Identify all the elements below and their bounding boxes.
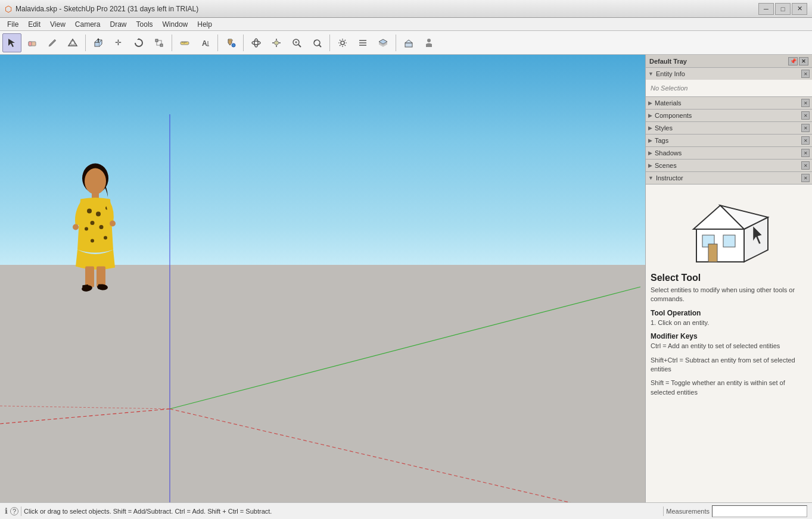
instructor-operation-step: 1. Click on an entity.: [651, 318, 807, 327]
instructor-modifier-ctrl: Ctrl = Add an entity to set of selected …: [651, 342, 807, 351]
svg-point-45: [91, 221, 95, 225]
svg-line-35: [170, 287, 640, 409]
entity-info-label: Entity Info: [656, 70, 685, 77]
instructor-operation-title: Tool Operation: [651, 309, 807, 317]
status-text: Click or drag to select objects. Shift =…: [24, 508, 272, 515]
select-tool-button[interactable]: [2, 33, 21, 52]
instructor-arrow: ▼: [648, 175, 654, 181]
svg-line-27: [319, 45, 321, 47]
svg-marker-6: [97, 38, 99, 40]
tags-close[interactable]: ✕: [801, 136, 810, 145]
svg-point-49: [91, 239, 94, 243]
menu-view[interactable]: View: [45, 19, 70, 30]
close-button[interactable]: ✕: [792, 3, 807, 15]
svg-rect-10: [155, 39, 158, 42]
status-bar: ℹ ? Click or drag to select objects. Shi…: [0, 502, 812, 519]
scale-tool-button[interactable]: [150, 33, 169, 52]
help-icon[interactable]: ?: [10, 507, 18, 515]
svg-point-21: [254, 39, 258, 47]
entity-info-status: No Selection: [651, 85, 687, 92]
text-tool-button[interactable]: A: [195, 33, 214, 52]
orbit-tool-button[interactable]: [247, 33, 266, 52]
entity-info-content: No Selection: [646, 80, 812, 96]
svg-line-36: [0, 409, 170, 424]
right-panel: Default Tray 📌 ✕ ▼ Entity Info ✕ No Sele…: [645, 55, 812, 502]
pushpull-tool-button[interactable]: [89, 33, 108, 52]
menu-window[interactable]: Window: [158, 19, 193, 30]
sections-button[interactable]: [353, 33, 372, 52]
scenes-label: Scenes: [655, 162, 677, 169]
instructor-header[interactable]: ▼ Instructor ✕: [646, 172, 812, 184]
instructor-tool-name: Select Tool: [651, 273, 807, 283]
instructor-modifier-shift: Shift = Toggle whether an entity is with…: [651, 379, 807, 397]
pencil-tool-button[interactable]: [43, 33, 62, 52]
move-tool-button[interactable]: ✛: [109, 33, 128, 52]
svg-rect-55: [98, 284, 104, 290]
instructor-image: [682, 196, 777, 268]
tags-arrow: ▶: [648, 137, 652, 143]
instructor-section: ▼ Instructor ✕: [646, 172, 812, 185]
person-button[interactable]: [419, 33, 438, 52]
model-settings-button[interactable]: [333, 33, 352, 52]
instructor-close[interactable]: ✕: [801, 174, 810, 182]
toolbar-separator-1: [85, 35, 86, 51]
zoom-tool-button[interactable]: [287, 33, 306, 52]
materials-header[interactable]: ▶ Materials ✕: [646, 97, 812, 109]
materials-section: ▶ Materials ✕: [646, 97, 812, 110]
shadows-header[interactable]: ▶ Shadows ✕: [646, 147, 812, 159]
entity-info-close[interactable]: ✕: [801, 70, 810, 78]
zoom-extents-button[interactable]: [307, 33, 326, 52]
components-header[interactable]: ▶ Components ✕: [646, 110, 812, 121]
tray-pin-button[interactable]: 📌: [788, 57, 798, 65]
status-separator-right: [663, 507, 664, 516]
layers-button[interactable]: [374, 33, 393, 52]
restore-button[interactable]: □: [775, 3, 791, 15]
entity-info-arrow: ▼: [648, 71, 654, 77]
svg-point-40: [85, 168, 106, 195]
entity-info-section: ▼ Entity Info ✕ No Selection: [646, 68, 812, 97]
rotate-tool-button[interactable]: [129, 33, 148, 52]
instructor-modifier-title: Modifier Keys: [651, 332, 807, 340]
menu-help[interactable]: Help: [192, 19, 217, 30]
shapes-tool-button[interactable]: [63, 33, 82, 52]
styles-header[interactable]: ▶ Styles ✕: [646, 122, 812, 134]
styles-close[interactable]: ✕: [801, 124, 810, 132]
tape-tool-button[interactable]: [175, 33, 194, 52]
shadows-close[interactable]: ✕: [801, 149, 810, 157]
status-left: ℹ ? Click or drag to select objects. Shi…: [5, 507, 658, 516]
toolbar-separator-4: [243, 35, 244, 51]
menu-file[interactable]: File: [2, 19, 23, 30]
info-icon: ℹ: [5, 507, 8, 515]
minimize-button[interactable]: ─: [758, 3, 774, 15]
instructor-description: Select entities to modify when using oth…: [651, 286, 807, 304]
menu-draw[interactable]: Draw: [105, 19, 132, 30]
menu-camera[interactable]: Camera: [70, 19, 105, 30]
tags-header[interactable]: ▶ Tags ✕: [646, 135, 812, 146]
materials-close[interactable]: ✕: [801, 99, 810, 107]
menu-bar: File Edit View Camera Draw Tools Window …: [0, 18, 812, 31]
titlebar-controls: ─ □ ✕: [758, 3, 807, 15]
viewport[interactable]: [0, 55, 645, 502]
measurements-input[interactable]: [712, 505, 807, 517]
tray-close-button[interactable]: ✕: [799, 57, 808, 65]
scenes-header[interactable]: ▶ Scenes ✕: [646, 160, 812, 171]
entity-info-header[interactable]: ▼ Entity Info ✕: [646, 68, 812, 80]
paint-tool-button[interactable]: [221, 33, 240, 52]
shadows-arrow: ▶: [648, 150, 652, 156]
svg-rect-4: [95, 42, 99, 46]
tags-label: Tags: [655, 137, 668, 144]
instructor-modifier-shift-ctrl: Shift+Ctrl = Subtract an entity from set…: [651, 356, 807, 374]
tray-header-controls: 📌 ✕: [788, 57, 808, 65]
svg-line-23: [298, 45, 301, 47]
menu-tools[interactable]: Tools: [132, 19, 158, 30]
warehouse-button[interactable]: [399, 33, 418, 52]
scenes-close[interactable]: ✕: [801, 161, 810, 170]
eraser-tool-button[interactable]: [23, 33, 42, 52]
pan-tool-button[interactable]: [267, 33, 286, 52]
svg-line-37: [170, 409, 640, 502]
menu-edit[interactable]: Edit: [23, 19, 45, 30]
svg-rect-51: [97, 267, 105, 287]
toolbar: ✛ A: [0, 31, 812, 55]
svg-point-43: [96, 212, 101, 217]
components-close[interactable]: ✕: [801, 111, 810, 120]
